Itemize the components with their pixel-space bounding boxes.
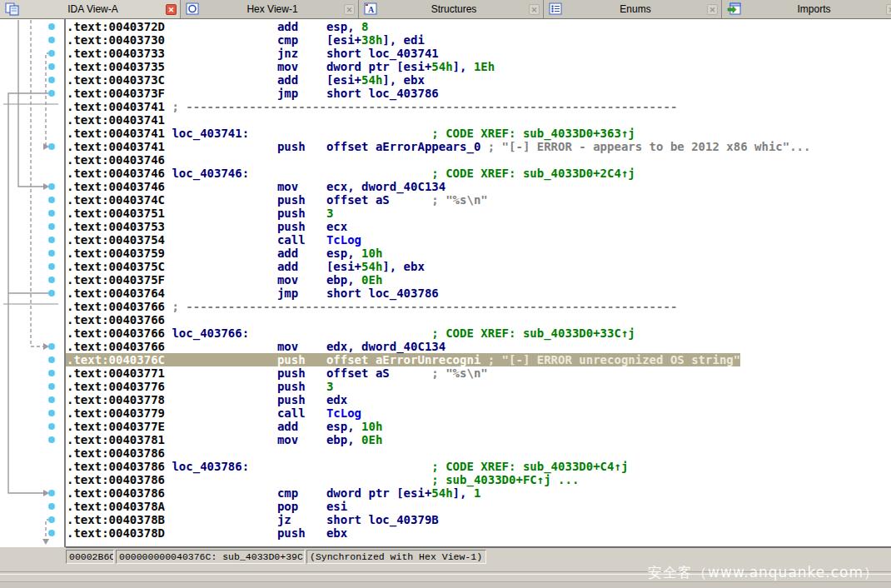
disassembly-listing[interactable]: .text:0040372D add esp, 8.text:00403730 … xyxy=(66,19,891,548)
disasm-line[interactable]: .text:00403778 push edx xyxy=(66,393,891,406)
disasm-line[interactable]: .text:00403741 ; -----------------------… xyxy=(66,100,891,113)
tab-label: Hex View-1 xyxy=(201,3,344,15)
disasm-line[interactable]: .text:0040373F jmp short loc_403786 xyxy=(66,87,891,100)
flow-dot xyxy=(48,410,55,416)
tab-hex-view-1[interactable]: Hex View-1✕ xyxy=(181,0,359,18)
disasm-line[interactable]: .text:0040375F mov ebp, 0Eh xyxy=(66,273,891,287)
disasm-line[interactable]: .text:00403781 mov ebp, 0Eh xyxy=(66,433,891,446)
disasm-line-text: .text:00403741 xyxy=(66,113,165,127)
disasm-line-text: .text:0040378D push ebx xyxy=(66,526,347,540)
tab-close-icon[interactable]: ✕ xyxy=(707,4,718,15)
tab-imports[interactable]: Imports✕ xyxy=(722,0,891,18)
flow-dot xyxy=(48,277,55,283)
disasm-line-text: .text:00403779 call TcLog xyxy=(66,406,361,420)
status-sync-box: (Synchronized with Hex View-1) xyxy=(306,550,486,564)
disasm-line-text: .text:00403741 ; -----------------------… xyxy=(66,100,677,113)
status-offset-box: 00002B6C xyxy=(66,550,114,564)
flow-dot xyxy=(48,343,55,350)
disasm-line[interactable]: .text:0040374C push offset aS ; "%s\n" xyxy=(66,193,891,207)
flow-dot xyxy=(48,63,55,70)
disasm-line[interactable]: .text:00403764 jmp short loc_403786 xyxy=(66,287,891,300)
watermark-text: 安全客（www.anquanke.com） xyxy=(648,561,879,583)
disasm-line[interactable]: .text:00403751 push 3 xyxy=(66,207,891,220)
enums-icon xyxy=(549,2,564,16)
disasm-line[interactable]: .text:0040375C add [esi+54h], ebx xyxy=(66,260,891,273)
disasm-line[interactable]: .text:0040372D add esp, 8 xyxy=(66,20,891,33)
disasm-line[interactable]: .text:00403730 cmp [esi+38h], edi xyxy=(66,33,891,47)
tab-close-icon[interactable]: ✕ xyxy=(886,4,891,15)
disasm-line-text: .text:00403741 loc_403741: ; CODE XREF: … xyxy=(66,127,635,140)
tab-ida-view-a[interactable]: IDA View-A✕ xyxy=(0,0,181,18)
disasm-line[interactable]: .text:00403766 loc_403766: ; CODE XREF: … xyxy=(66,326,891,340)
disasm-line-text: .text:0040376C push offset aErrorUnrecog… xyxy=(66,353,740,366)
disasm-line[interactable]: .text:00403786 loc_403786: ; CODE XREF: … xyxy=(66,460,891,473)
disasm-line[interactable]: .text:00403741 loc_403741: ; CODE XREF: … xyxy=(66,127,891,140)
flow-dot xyxy=(48,490,55,496)
disasm-line-text: .text:00403778 push edx xyxy=(66,393,347,406)
flow-dot xyxy=(48,530,55,536)
flow-dot xyxy=(48,423,55,430)
disasm-line-text: .text:00403781 mov ebp, 0Eh xyxy=(66,433,382,446)
disasm-line[interactable]: .text:0040373C add [esi+54h], ebx xyxy=(66,73,891,87)
disasm-line-text: .text:0040373C add [esi+54h], ebx xyxy=(66,73,425,87)
disasm-line-text: .text:00403764 jmp short loc_403786 xyxy=(66,287,439,300)
tab-close-icon[interactable]: ✕ xyxy=(166,4,177,15)
structures-icon: A xyxy=(364,2,379,16)
tab-label: Structures xyxy=(379,3,529,15)
disasm-line-text: .text:0040373F jmp short loc_403786 xyxy=(66,87,439,100)
disasm-line[interactable]: .text:00403741 xyxy=(66,113,891,127)
disasm-line[interactable]: .text:00403766 xyxy=(66,313,891,326)
flow-dot xyxy=(48,396,55,403)
flow-dot xyxy=(48,183,55,190)
tab-close-icon[interactable]: ✕ xyxy=(344,4,355,15)
disasm-line[interactable]: .text:00403766 ; -----------------------… xyxy=(66,300,891,313)
disasm-line[interactable]: .text:0040378D push ebx xyxy=(66,526,891,540)
disasm-line[interactable]: .text:00403753 push ecx xyxy=(66,220,891,233)
disasm-line-text: .text:00403766 ; -----------------------… xyxy=(66,300,677,313)
disasm-line-text: .text:00403786 cmp dword ptr [esi+54h], … xyxy=(66,486,480,500)
disasm-line[interactable]: .text:00403766 mov edx, dword_40C134 xyxy=(66,340,891,353)
flow-dot xyxy=(48,250,55,257)
disasm-line-text: .text:00403766 mov edx, dword_40C134 xyxy=(66,340,446,353)
disasm-line[interactable]: .text:00403746 mov ecx, dword_40C134 xyxy=(66,180,891,193)
flow-dot xyxy=(48,90,55,97)
disasm-line[interactable]: .text:00403779 call TcLog xyxy=(66,406,891,420)
disasm-line-text: .text:00403771 push offset aS ; "%s\n" xyxy=(66,366,488,380)
disasm-line-text: .text:00403730 cmp [esi+38h], edi xyxy=(66,33,425,47)
disasm-line[interactable]: .text:00403746 loc_403746: ; CODE XREF: … xyxy=(66,167,891,180)
flow-dot xyxy=(48,210,55,217)
disasm-line[interactable]: .text:00403786 ; sub_4033D0+FC↑j ... xyxy=(66,473,891,486)
disasm-line-text: .text:0040378B jz short loc_40379B xyxy=(66,513,439,526)
disasm-line[interactable]: .text:00403733 jnz short loc_403741 xyxy=(66,47,891,60)
disasm-line[interactable]: .text:00403776 push 3 xyxy=(66,380,891,393)
flow-dot xyxy=(48,237,55,243)
tab-structures[interactable]: AStructures✕ xyxy=(359,0,544,18)
disasm-line-text: .text:00403735 mov dword ptr [esi+54h], … xyxy=(66,60,495,73)
disasm-line-selected[interactable]: .text:0040376C push offset aErrorUnrecog… xyxy=(66,353,891,366)
flow-dot xyxy=(48,143,55,150)
tab-enums[interactable]: Enums✕ xyxy=(544,0,722,18)
disasm-line[interactable]: .text:00403786 xyxy=(66,446,891,460)
disasm-line[interactable]: .text:00403746 xyxy=(66,153,891,167)
flow-dot xyxy=(48,383,55,390)
flow-dot xyxy=(48,516,55,523)
flow-dot xyxy=(48,356,55,363)
disasm-line-text: .text:0040374C push offset aS ; "%s\n" xyxy=(66,193,488,207)
flow-dot xyxy=(48,197,55,203)
disasm-line[interactable]: .text:00403786 cmp dword ptr [esi+54h], … xyxy=(66,486,891,500)
disasm-line[interactable]: .text:00403771 push offset aS ; "%s\n" xyxy=(66,366,891,380)
tab-close-icon[interactable]: ✕ xyxy=(529,4,540,15)
svg-text:A: A xyxy=(368,5,375,14)
disasm-line[interactable]: .text:00403759 add esp, 10h xyxy=(66,247,891,260)
disasm-line-text: .text:00403746 mov ecx, dword_40C134 xyxy=(66,180,446,193)
disasm-line-text: .text:00403766 loc_403766: ; CODE XREF: … xyxy=(66,326,635,340)
disasm-line[interactable]: .text:00403754 call TcLog xyxy=(66,233,891,247)
disasm-line[interactable]: .text:0040377E add esp, 10h xyxy=(66,420,891,433)
flow-dot xyxy=(48,23,55,30)
disasm-line-text: .text:0040372D add esp, 8 xyxy=(66,20,368,33)
disasm-line[interactable]: .text:0040378B jz short loc_40379B xyxy=(66,513,891,526)
disasm-line[interactable]: .text:0040378A pop esi xyxy=(66,500,891,513)
flow-dot xyxy=(48,77,55,83)
disasm-line[interactable]: .text:00403735 mov dword ptr [esi+54h], … xyxy=(66,60,891,73)
disasm-line[interactable]: .text:00403741 push offset aErrorAppears… xyxy=(66,140,891,153)
